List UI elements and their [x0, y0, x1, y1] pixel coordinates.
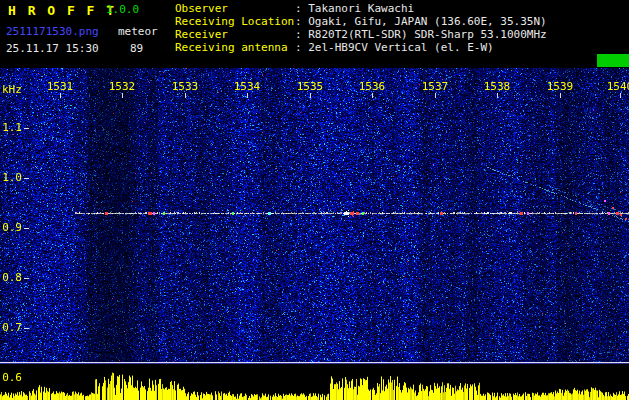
- freq-label-0-7: 0.7: [0, 322, 22, 334]
- freq-label-1-1: 1.1: [0, 122, 22, 134]
- time-label-1534: 1534: [234, 81, 261, 93]
- info-value-receiving-antenna: : 2el-HB9CV Vertical (el. E-W): [295, 42, 494, 54]
- time-label-1533: 1533: [172, 81, 199, 93]
- time-label-1540: 1540: [607, 81, 629, 93]
- khz-unit-label: kHz: [2, 84, 22, 96]
- datetime-label: 25.11.17 15:30: [6, 43, 99, 55]
- freq-label-0-6: 0.6: [0, 372, 22, 384]
- echo-count: 89: [130, 43, 143, 55]
- spectrogram-canvas: [0, 68, 629, 400]
- freq-label-1-0: 1.0: [0, 172, 22, 184]
- info-value-receiver: : R820T2(RTL-SDR) SDR-Sharp 53.1000MHz: [295, 29, 547, 41]
- freq-label-0-9: 0.9: [0, 222, 22, 234]
- time-label-1531: 1531: [47, 81, 74, 93]
- info-value-observer: : Takanori Kawachi: [295, 3, 414, 15]
- hrofft-window: { "app": { "title": "H R O F F T", "vers…: [0, 0, 629, 400]
- output-filename: 2511171530.png: [6, 26, 99, 38]
- info-value-receiving-location: : Ogaki, Gifu, JAPAN (136.60E, 35.35N): [295, 16, 547, 28]
- time-label-1538: 1538: [484, 81, 511, 93]
- time-label-1537: 1537: [422, 81, 449, 93]
- info-label-observer: Observer: [175, 3, 228, 15]
- time-label-1539: 1539: [547, 81, 574, 93]
- status-indicator: [597, 54, 629, 67]
- app-version: 1.0.0: [106, 4, 139, 16]
- time-label-1532: 1532: [109, 81, 136, 93]
- mode-label: meteor: [118, 26, 158, 38]
- time-label-1535: 1535: [297, 81, 324, 93]
- info-label-receiving-location: Receiving Location: [175, 16, 294, 28]
- info-label-receiver: Receiver: [175, 29, 228, 41]
- freq-label-0-8: 0.8: [0, 272, 22, 284]
- app-title: H R O F F T: [8, 3, 116, 18]
- time-label-1536: 1536: [359, 81, 386, 93]
- info-label-receiving-antenna: Receiving antenna: [175, 42, 288, 54]
